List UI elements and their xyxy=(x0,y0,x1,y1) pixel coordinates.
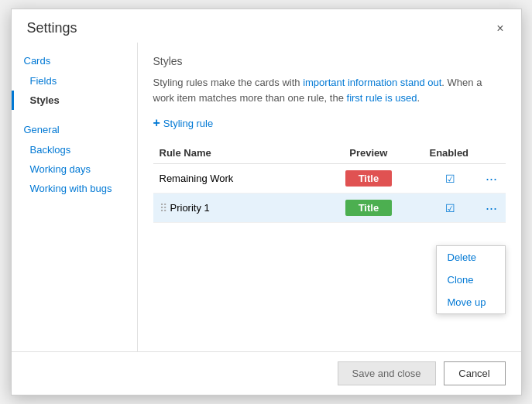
col-header-actions xyxy=(478,142,506,164)
context-menu: Delete Clone Move up xyxy=(436,245,506,314)
section-title: Styles xyxy=(153,55,506,67)
plus-icon: + xyxy=(153,116,160,130)
sidebar-item-working-with-bugs[interactable]: Working with bugs xyxy=(12,179,137,198)
rule-name-cell: Remaining Work xyxy=(160,173,308,184)
add-rule-label: Styling rule xyxy=(163,118,213,129)
rule-name-priority1: Priority 1 xyxy=(170,202,210,214)
dialog-body: Cards Fields Styles General Backlogs Wor… xyxy=(12,43,521,351)
dialog-header: Settings × xyxy=(12,9,521,43)
rules-table: Rule Name Preview Enabled Remaining Work xyxy=(153,142,506,223)
rule-name-cell: ⠿ Priority 1 xyxy=(160,202,308,214)
sidebar-item-working-days[interactable]: Working days xyxy=(12,159,137,179)
sidebar: Cards Fields Styles General Backlogs Wor… xyxy=(12,43,138,351)
sidebar-item-fields[interactable]: Fields xyxy=(12,71,137,91)
rule-name-remaining-work: Remaining Work xyxy=(160,173,234,184)
preview-badge-remaining-work: Title xyxy=(345,170,392,187)
settings-dialog: Settings × Cards Fields Styles General B… xyxy=(11,9,522,395)
context-menu-move-up[interactable]: Move up xyxy=(437,291,505,313)
sidebar-item-general[interactable]: General xyxy=(12,119,137,140)
table-row: ⠿ Priority 1 Title ☑ ··· xyxy=(153,193,506,223)
enabled-checkbox-remaining-work[interactable]: ☑ xyxy=(445,173,455,185)
table-row: Remaining Work Title ☑ ··· xyxy=(153,164,506,193)
context-menu-delete[interactable]: Delete xyxy=(437,246,505,269)
sidebar-item-styles[interactable]: Styles xyxy=(12,91,137,110)
cancel-button[interactable]: Cancel xyxy=(444,361,506,385)
drag-handle-icon[interactable]: ⠿ xyxy=(160,202,167,214)
dialog-footer: Save and close Cancel xyxy=(12,351,521,395)
row-menu-button-priority1[interactable]: ··· xyxy=(484,201,499,215)
main-content: Styles Styling rules make the cards with… xyxy=(138,43,521,351)
sidebar-item-cards[interactable]: Cards xyxy=(12,50,137,71)
enabled-checkbox-priority1[interactable]: ☑ xyxy=(445,202,455,214)
col-header-enabled: Enabled xyxy=(424,142,478,164)
close-button[interactable]: × xyxy=(492,21,508,36)
row-menu-button-remaining-work[interactable]: ··· xyxy=(484,172,499,186)
sidebar-item-backlogs[interactable]: Backlogs xyxy=(12,140,137,159)
table-header-row: Rule Name Preview Enabled xyxy=(153,142,506,164)
context-menu-clone[interactable]: Clone xyxy=(437,269,505,291)
preview-badge-priority1: Title xyxy=(345,200,392,216)
description: Styling rules make the cards with import… xyxy=(153,75,506,105)
save-and-close-button[interactable]: Save and close xyxy=(338,361,436,385)
col-header-name: Rule Name xyxy=(153,142,314,164)
dialog-title: Settings xyxy=(27,20,77,36)
col-header-preview: Preview xyxy=(314,142,423,164)
add-styling-rule-button[interactable]: + Styling rule xyxy=(153,116,214,130)
